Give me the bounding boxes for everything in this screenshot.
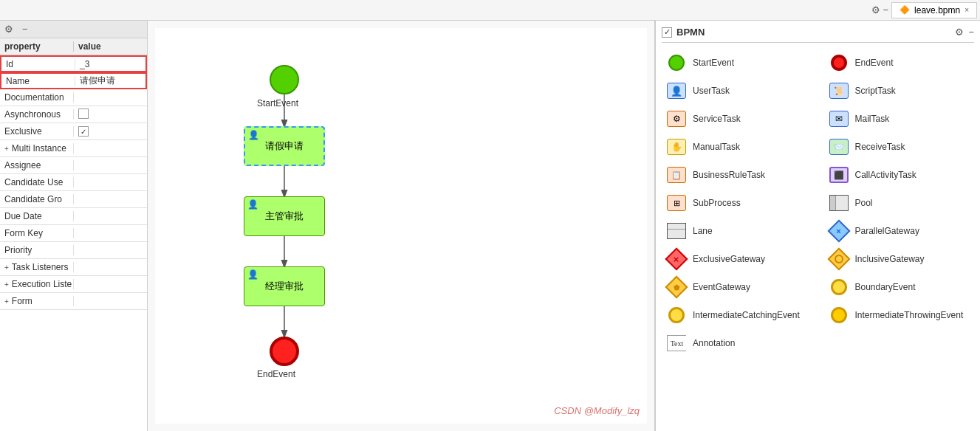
prop-row-due-date[interactable]: Due Date — [0, 208, 147, 225]
task3-node[interactable]: 👤 经理审批 — [244, 266, 325, 306]
palette-minus-icon[interactable]: − — [968, 27, 974, 38]
prop-row-task-listeners[interactable]: + Task Listeners — [0, 259, 147, 276]
prop-key-multi-instance: + Multi Instance — [0, 143, 74, 154]
exclusive-checkbox[interactable]: ✓ — [78, 126, 89, 137]
task2-user-icon: 👤 — [247, 199, 258, 210]
start-event-node[interactable] — [270, 65, 299, 94]
task2-node[interactable]: 👤 主管审批 — [244, 196, 325, 236]
prop-key-name: Name — [1, 76, 75, 86]
start-event-circle — [668, 55, 685, 71]
boundary-event-icon — [831, 279, 847, 295]
prop-row-candidate-user[interactable]: Candidate Use — [0, 174, 147, 191]
prop-row-asynchronous[interactable]: Asynchronous — [0, 106, 147, 123]
prop-row-form[interactable]: + Form — [0, 293, 147, 310]
prop-row-candidate-group[interactable]: Candidate Gro — [0, 191, 147, 208]
palette-gear-icon[interactable]: ⚙ — [955, 27, 964, 38]
palette-label-lane: Lane — [693, 226, 713, 236]
canvas-inner: StartEvent 👤 请假申请 👤 主管审批 👤 经理审批 — [155, 28, 647, 424]
pool-icon — [829, 195, 849, 211]
exclusive-gw-icon: × — [665, 247, 688, 270]
palette-item-exclusive-gw[interactable]: × ExclusiveGateway — [663, 246, 811, 272]
palette-item-mail-task[interactable]: ✉ MailTask — [826, 106, 973, 131]
tab-label: leave.bpmn — [914, 5, 960, 15]
execution-listeners-expand-icon: + — [4, 280, 9, 289]
end-event-node[interactable] — [270, 337, 299, 366]
prop-key-assignee: Assignee — [0, 160, 74, 170]
palette-label-inclusive-gw: InclusiveGateway — [855, 254, 925, 264]
prop-key-form-key: Form Key — [0, 228, 74, 238]
canvas-area[interactable]: StartEvent 👤 请假申请 👤 主管审批 👤 经理审批 — [148, 21, 655, 431]
asynchronous-checkbox[interactable] — [78, 108, 89, 119]
tab-file-icon: 🔶 — [900, 5, 910, 15]
palette-item-event-gw[interactable]: ⬟ EventGateway — [663, 275, 811, 300]
task1-node[interactable]: 👤 请假申请 — [244, 126, 325, 166]
prop-row-name[interactable]: Name 请假申请 — [0, 72, 147, 89]
palette-item-intermediate-throw[interactable]: IntermediateThrowingEvent — [826, 303, 973, 328]
palette-icon-call-activity: ⬛ — [829, 165, 849, 185]
palette-item-end-event[interactable]: EndEvent — [826, 50, 973, 75]
palette-checkbox[interactable]: ✓ — [662, 27, 672, 38]
left-panel-gear-icon[interactable]: ⚙ — [0, 24, 18, 35]
palette-item-call-activity[interactable]: ⬛ CallActivityTask — [826, 162, 973, 187]
value-col-header: value — [74, 41, 147, 52]
prop-row-priority[interactable]: Priority — [0, 242, 147, 259]
palette-title: BPMN — [676, 27, 705, 38]
inclusive-gw-icon — [827, 247, 850, 270]
palette-item-biz-rule-task[interactable]: 📋 BusinessRuleTask — [663, 162, 811, 187]
property-table: property value Id _3 Name 请假申请 Documenta… — [0, 38, 147, 431]
palette-item-start-event[interactable]: StartEvent — [663, 50, 811, 75]
prop-row-assignee[interactable]: Assignee — [0, 157, 147, 174]
palette-item-manual-task[interactable]: ✋ ManualTask — [663, 134, 811, 159]
left-panel-minus-icon[interactable]: − — [18, 24, 32, 35]
palette-item-parallel-gw[interactable]: + ParallelGateway — [826, 218, 973, 244]
palette-icon-intermediate-throw — [829, 305, 849, 325]
palette-icon-event-gw: ⬟ — [666, 277, 687, 297]
prop-row-id[interactable]: Id _3 — [0, 55, 147, 72]
prop-row-exclusive[interactable]: Exclusive ✓ — [0, 123, 147, 140]
palette-label-script-task: ScriptTask — [855, 86, 896, 96]
palette-item-annotation[interactable]: Text Annotation — [663, 331, 811, 356]
palette-item-service-task[interactable]: ⚙ ServiceTask — [663, 106, 811, 131]
palette-icon-script-task: 📜 — [829, 80, 849, 101]
task-listeners-expand-icon: + — [4, 263, 9, 272]
palette-icon-exclusive-gw: × — [666, 249, 687, 269]
palette-icon-lane — [666, 221, 687, 241]
left-panel-header: ⚙ − — [0, 21, 147, 38]
palette-item-pool[interactable]: Pool — [826, 190, 973, 216]
prop-val-name: 请假申请 — [75, 75, 145, 87]
task3-user-icon: 👤 — [247, 269, 258, 280]
task1-label: 请假申请 — [265, 139, 304, 153]
main-minus-icon[interactable]: − — [883, 4, 889, 15]
event-gw-icon: ⬟ — [665, 275, 688, 298]
palette-icon-receive-task: 📨 — [829, 137, 849, 157]
bpmn-tab[interactable]: 🔶 leave.bpmn × — [891, 2, 977, 18]
palette-item-receive-task[interactable]: 📨 ReceiveTask — [826, 134, 973, 159]
palette-item-lane[interactable]: Lane — [663, 218, 811, 244]
task3-label: 经理审批 — [265, 280, 304, 293]
main-gear-icon[interactable]: ⚙ — [871, 4, 880, 15]
palette-item-user-task[interactable]: 👤 UserTask — [663, 78, 811, 103]
palette-grid: StartEvent EndEvent 👤 UserTask 📜 — [662, 49, 974, 357]
prop-row-form-key[interactable]: Form Key — [0, 225, 147, 242]
palette-item-inclusive-gw[interactable]: InclusiveGateway — [826, 246, 973, 272]
palette-label-user-task: UserTask — [693, 86, 730, 96]
tab-close-button[interactable]: × — [964, 6, 969, 14]
tab-bar: ⚙ − 🔶 leave.bpmn × — [0, 0, 980, 21]
prop-row-multi-instance[interactable]: + Multi Instance — [0, 140, 147, 157]
palette-item-boundary-event[interactable]: BoundaryEvent — [826, 275, 973, 300]
multi-instance-expand-icon: + — [4, 145, 9, 153]
palette-item-subprocess[interactable]: ⊞ SubProcess — [663, 190, 811, 216]
prop-row-execution-listeners[interactable]: + Execution Liste — [0, 276, 147, 293]
palette-item-intermediate-catch[interactable]: IntermediateCatchingEvent — [663, 303, 811, 328]
palette-label-pool: Pool — [855, 198, 873, 208]
palette-item-script-task[interactable]: 📜 ScriptTask — [826, 78, 973, 103]
palette-icon-user-task: 👤 — [666, 80, 687, 101]
prop-key-execution-listeners: + Execution Liste — [0, 279, 74, 289]
receive-task-icon: 📨 — [829, 139, 849, 155]
palette-label-exclusive-gw: ExclusiveGateway — [693, 254, 765, 264]
palette-label-mail-task: MailTask — [855, 114, 890, 124]
service-task-icon: ⚙ — [667, 111, 686, 127]
manual-task-icon: ✋ — [667, 139, 686, 155]
user-task-icon: 👤 — [667, 83, 686, 99]
prop-row-documentation[interactable]: Documentation — [0, 89, 147, 106]
